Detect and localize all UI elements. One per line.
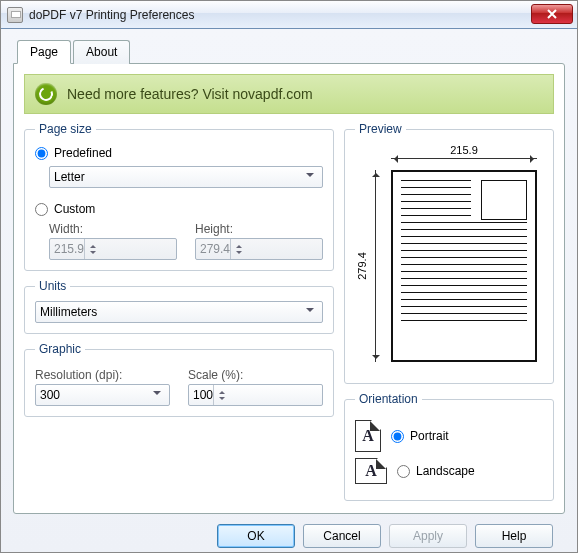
chevron-down-icon — [149, 385, 165, 405]
help-button[interactable]: Help — [475, 524, 553, 548]
app-icon — [7, 7, 23, 23]
height-label: Height: — [195, 222, 323, 236]
custom-label: Custom — [54, 202, 95, 216]
preview-height-arrow — [375, 170, 376, 362]
portrait-radio[interactable] — [391, 430, 404, 443]
landscape-icon: A — [355, 458, 387, 484]
chevron-down-icon — [90, 249, 96, 258]
preview-group: Preview 215.9 279.4 — [344, 122, 554, 384]
page-size-legend: Page size — [35, 122, 96, 136]
portrait-icon: A — [355, 420, 381, 452]
orientation-legend: Orientation — [355, 392, 422, 406]
predefined-label: Predefined — [54, 146, 112, 160]
landscape-radio[interactable] — [397, 465, 410, 478]
tab-about[interactable]: About — [73, 40, 130, 64]
tab-page-label: Page — [30, 45, 58, 59]
height-value: 279.4 — [200, 242, 230, 256]
width-label: Width: — [49, 222, 177, 236]
page-preset-value: Letter — [54, 170, 85, 184]
apply-button: Apply — [389, 524, 467, 548]
tabstrip: Page About — [13, 39, 565, 63]
units-value: Millimeters — [40, 305, 97, 319]
preview-legend: Preview — [355, 122, 406, 136]
units-group: Units Millimeters — [24, 279, 334, 334]
custom-radio[interactable] — [35, 203, 48, 216]
height-spin: 279.4 — [195, 238, 323, 260]
scale-value: 100 — [193, 388, 213, 402]
units-legend: Units — [35, 279, 70, 293]
preview-page-icon — [391, 170, 537, 362]
landscape-label: Landscape — [416, 464, 475, 478]
preview-text-lines — [401, 180, 527, 352]
tab-about-label: About — [86, 45, 117, 59]
ok-button[interactable]: OK — [217, 524, 295, 548]
preview-canvas: 215.9 279.4 — [355, 144, 543, 364]
window-title: doPDF v7 Printing Preferences — [29, 8, 194, 22]
chevron-down-icon — [302, 167, 318, 187]
preview-width-label: 215.9 — [391, 144, 537, 156]
titlebar[interactable]: doPDF v7 Printing Preferences — [1, 1, 577, 29]
orientation-group: Orientation A Portrait A Landscape — [344, 392, 554, 501]
chevron-up-icon — [90, 240, 96, 249]
resolution-combo[interactable]: 300 — [35, 384, 170, 406]
width-value: 215.9 — [54, 242, 84, 256]
graphic-group: Graphic Resolution (dpi): 300 Scale (%) — [24, 342, 334, 417]
width-spin: 215.9 — [49, 238, 177, 260]
units-combo[interactable]: Millimeters — [35, 301, 323, 323]
page-size-group: Page size Predefined Letter Custom — [24, 122, 334, 271]
graphic-legend: Graphic — [35, 342, 85, 356]
close-icon — [547, 9, 557, 19]
portrait-label: Portrait — [410, 429, 449, 443]
scale-spin[interactable]: 100 — [188, 384, 323, 406]
tab-panel-page: Need more features? Visit novapdf.com Pa… — [13, 63, 565, 514]
chevron-up-icon — [236, 240, 242, 249]
chevron-down-icon[interactable] — [219, 395, 225, 404]
promo-text: Need more features? Visit novapdf.com — [67, 86, 313, 102]
preview-width-arrow — [391, 158, 537, 159]
resolution-label: Resolution (dpi): — [35, 368, 170, 382]
printing-preferences-dialog: doPDF v7 Printing Preferences Page About… — [0, 0, 578, 553]
novapdf-icon — [35, 83, 57, 105]
promo-banner[interactable]: Need more features? Visit novapdf.com — [24, 74, 554, 114]
scale-label: Scale (%): — [188, 368, 323, 382]
preview-height-label: 279.4 — [355, 170, 369, 362]
chevron-up-icon[interactable] — [219, 386, 225, 395]
close-button[interactable] — [531, 4, 573, 24]
tab-page[interactable]: Page — [17, 40, 71, 64]
button-row: OK Cancel Apply Help — [13, 514, 565, 552]
client-area: Page About Need more features? Visit nov… — [1, 29, 577, 552]
page-preset-combo[interactable]: Letter — [49, 166, 323, 188]
chevron-down-icon — [302, 302, 318, 322]
cancel-button[interactable]: Cancel — [303, 524, 381, 548]
resolution-value: 300 — [40, 388, 60, 402]
predefined-radio[interactable] — [35, 147, 48, 160]
chevron-down-icon — [236, 249, 242, 258]
